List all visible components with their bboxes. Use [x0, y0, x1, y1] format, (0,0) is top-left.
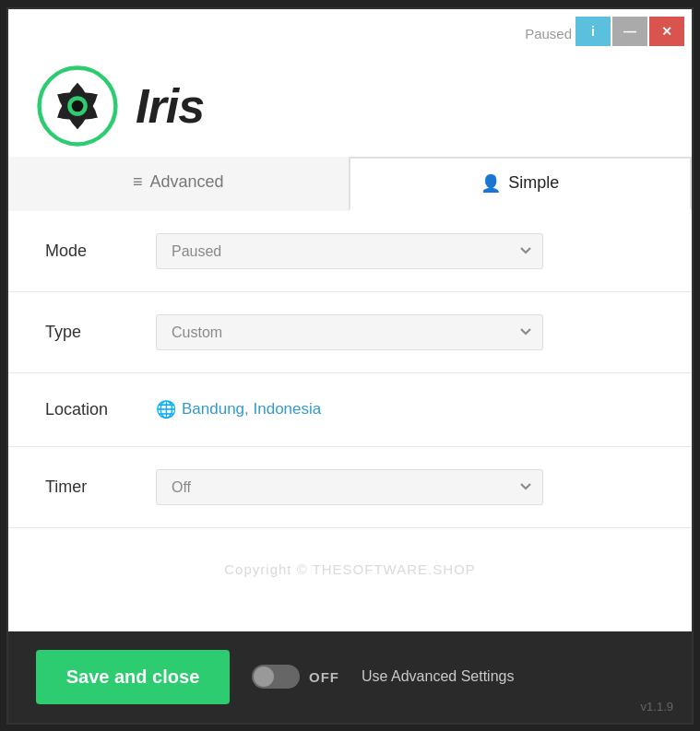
mode-row: Mode Paused Working Resting	[8, 211, 692, 292]
tab-simple[interactable]: 👤 Simple	[349, 157, 693, 211]
hamburger-icon: ≡	[133, 172, 143, 192]
tab-simple-label: Simple	[508, 173, 559, 193]
toggle-knob	[254, 666, 274, 687]
close-button[interactable]: ✕	[649, 17, 684, 46]
footer: Save and close OFF Use Advanced Settings…	[8, 631, 692, 723]
timer-label: Timer	[45, 478, 156, 497]
version-label: v1.1.9	[641, 700, 673, 713]
location-control: 🌐 Bandung, Indonesia	[156, 399, 655, 419]
content-area: Copyright © THESOFTWARE.SHOP Mode Paused…	[8, 211, 692, 631]
person-icon: 👤	[481, 173, 501, 194]
main-window: Paused i — ✕ Iris ≡	[6, 7, 694, 725]
mode-select[interactable]: Paused Working Resting	[156, 233, 543, 269]
window-controls: i — ✕	[575, 17, 684, 46]
mode-control: Paused Working Resting	[156, 233, 655, 269]
location-row: Location 🌐 Bandung, Indonesia	[8, 373, 692, 447]
watermark: Copyright © THESOFTWARE.SHOP	[224, 561, 475, 577]
save-close-button[interactable]: Save and close	[36, 650, 230, 704]
type-select[interactable]: Custom Preset Manual	[156, 314, 543, 350]
title-bar: Paused i — ✕	[8, 9, 692, 46]
type-control: Custom Preset Manual	[156, 314, 655, 350]
globe-icon: 🌐	[156, 399, 176, 419]
tab-advanced[interactable]: ≡ Advanced	[8, 157, 349, 211]
type-row: Type Custom Preset Manual	[8, 292, 692, 373]
status-label: Paused	[525, 26, 572, 41]
tabs-row: ≡ Advanced 👤 Simple	[8, 157, 692, 211]
location-link[interactable]: 🌐 Bandung, Indonesia	[156, 399, 655, 419]
advanced-settings-label: Use Advanced Settings	[362, 668, 514, 685]
mode-label: Mode	[45, 242, 156, 261]
toggle-container: OFF	[252, 665, 339, 689]
type-label: Type	[45, 323, 156, 342]
info-button[interactable]: i	[575, 17, 611, 46]
tab-advanced-label: Advanced	[149, 172, 223, 192]
app-title: Iris	[136, 78, 204, 134]
timer-control: Off 20 min 30 min 45 min 60 min	[156, 469, 655, 505]
advanced-toggle[interactable]	[252, 665, 300, 689]
svg-point-2	[72, 100, 84, 112]
minimize-button[interactable]: —	[612, 17, 647, 46]
location-value: Bandung, Indonesia	[182, 400, 321, 419]
toggle-off-label: OFF	[309, 669, 339, 685]
location-label: Location	[45, 400, 156, 419]
app-header: Iris	[8, 46, 692, 157]
timer-row: Timer Off 20 min 30 min 45 min 60 min	[8, 447, 692, 528]
app-logo	[36, 65, 119, 147]
timer-select[interactable]: Off 20 min 30 min 45 min 60 min	[156, 469, 543, 505]
